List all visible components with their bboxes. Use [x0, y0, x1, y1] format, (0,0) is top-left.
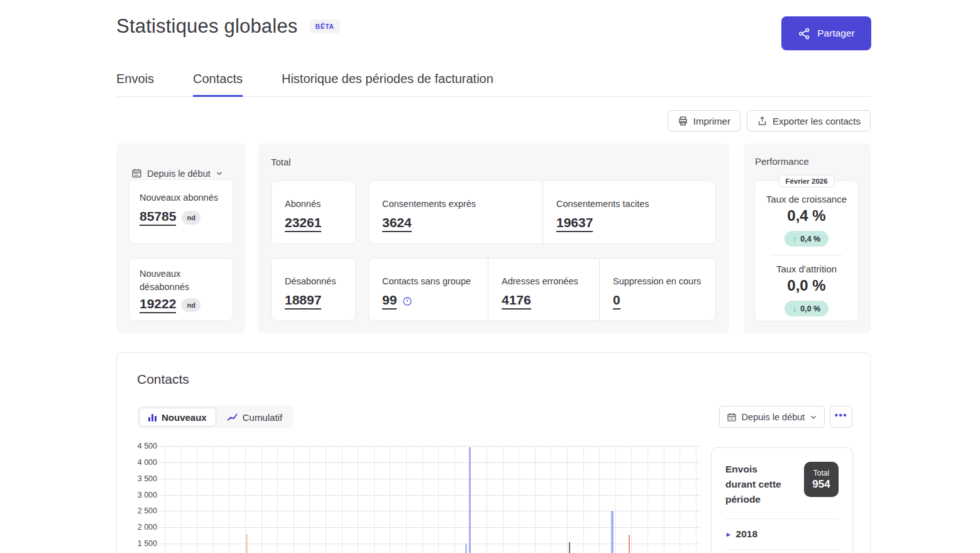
- tacit-consents-value[interactable]: 19637: [556, 215, 593, 232]
- new-subscribers-card: Nouveaux abonnés 85785 nd: [129, 179, 233, 244]
- nd-badge: nd: [182, 298, 200, 312]
- warning-icon[interactable]: [402, 296, 412, 306]
- contacts-section-title: Contacts: [137, 372, 189, 387]
- consents-card: Consentements exprès 3624 Consentements …: [368, 181, 716, 244]
- deletion-in-progress-label: Suppression en cours: [613, 275, 717, 288]
- performance-period-label: Février 2026: [778, 175, 834, 187]
- arrow-down-icon: ↓: [793, 304, 797, 313]
- tab-bar: Envois Contacts Historique des périodes …: [116, 67, 871, 97]
- total-badge: Total 954: [804, 462, 839, 497]
- new-unsubscribers-card: Nouveaux désabonnés 19222 nd: [129, 258, 233, 321]
- toggle-nouveaux-label: Nouveaux: [162, 412, 207, 423]
- other-stats-card: Contacts sans groupe 99 Adresses erronée…: [368, 258, 716, 321]
- toggle-cumulatif-label: Cumulatif: [243, 412, 282, 423]
- chart-bar[interactable]: [246, 534, 248, 553]
- y-tick-label: 1 500: [138, 539, 157, 548]
- h-gridline: [159, 479, 700, 479]
- tacit-consents-cell: Consentements tacites 19637: [542, 181, 717, 243]
- performance-title: Performance: [755, 156, 809, 167]
- growth-rate-value: 0,4 %: [755, 207, 858, 225]
- chart-mode-toggle: Nouveaux Cumulatif: [137, 406, 294, 428]
- more-options-button[interactable]: •••: [830, 406, 852, 428]
- period-dropdown[interactable]: Depuis le début: [131, 168, 223, 179]
- h-gridline: [159, 462, 700, 463]
- h-gridline: [159, 495, 700, 496]
- page-title: Statistiques globales: [116, 15, 298, 38]
- chart-bar[interactable]: [569, 542, 570, 553]
- unsubscribed-value[interactable]: 18897: [285, 293, 321, 310]
- tab-historique-facturation[interactable]: Historique des périodes de facturation: [282, 67, 493, 96]
- new-subscribers-label: Nouveaux abonnés: [140, 191, 223, 204]
- deletion-in-progress-value[interactable]: 0: [613, 293, 620, 310]
- chart-bar[interactable]: [465, 544, 467, 553]
- toggle-cumulatif[interactable]: Cumulatif: [217, 408, 292, 427]
- chart-period-dropdown[interactable]: Depuis le début: [719, 406, 825, 428]
- nd-badge: nd: [182, 211, 200, 225]
- deletion-in-progress-cell: Suppression en cours 0: [599, 259, 717, 320]
- envois-period-card: Envois durant cette période Total 954 ▸ …: [711, 447, 853, 553]
- beta-badge: BÊTA: [309, 20, 341, 33]
- subscribers-card: Abonnés 23261: [271, 181, 356, 244]
- share-button[interactable]: Partager: [781, 16, 871, 50]
- unsubscribed-label: Désabonnés: [285, 275, 355, 288]
- new-unsubscribers-value[interactable]: 19222: [140, 296, 176, 313]
- calendar-icon: [131, 168, 142, 179]
- wrong-addresses-cell: Adresses erronées 4176: [488, 259, 599, 320]
- arrow-up-icon: ↑: [793, 234, 797, 243]
- express-consents-label: Consentements exprès: [382, 198, 542, 211]
- year-expander-2019[interactable]: ▸ 2019: [725, 550, 839, 553]
- wrong-addresses-label: Adresses erronées: [502, 275, 599, 288]
- attrition-rate-delta: 0,0 %: [800, 304, 820, 313]
- toolbar: Imprimer Exporter les contacts: [668, 110, 871, 131]
- y-tick-label: 4 500: [138, 442, 157, 450]
- tab-envois[interactable]: Envois: [116, 67, 154, 96]
- period-dropdown-label: Depuis le début: [147, 168, 211, 178]
- year-expander-2018[interactable]: ▸ 2018: [725, 519, 839, 550]
- share-button-label: Partager: [817, 28, 854, 39]
- unsubscribed-card: Désabonnés 18897: [271, 258, 356, 321]
- attrition-rate-value: 0,0 %: [755, 277, 858, 294]
- export-contacts-button[interactable]: Exporter les contacts: [747, 110, 871, 131]
- year-label: 2018: [736, 528, 757, 540]
- express-consents-value[interactable]: 3624: [382, 215, 412, 232]
- page-header: Statistiques globales BÊTA: [116, 15, 340, 38]
- growth-rate-delta-badge: ↑ 0,4 %: [785, 231, 829, 247]
- toggle-nouveaux[interactable]: Nouveaux: [139, 408, 216, 427]
- attrition-rate-label: Taux d'attrition: [755, 264, 858, 274]
- tab-contacts[interactable]: Contacts: [193, 67, 243, 96]
- y-tick-label: 3 500: [138, 474, 157, 483]
- chart-bar[interactable]: [611, 511, 614, 553]
- contacts-without-group-value[interactable]: 99: [382, 293, 397, 310]
- calendar-icon: [727, 412, 737, 422]
- total-panel-title: Total: [271, 157, 291, 167]
- chart-plot-area: [159, 446, 700, 553]
- period-stats-panel: Depuis le début Nouveaux abonnés 85785 n…: [116, 143, 245, 333]
- print-button-label: Imprimer: [693, 116, 730, 126]
- attrition-rate-delta-badge: ↓ 0,0 %: [785, 301, 829, 316]
- total-stats-panel: Total Abonnés 23261 Consentements exprès…: [258, 143, 729, 333]
- printer-icon: [678, 116, 688, 126]
- print-button[interactable]: Imprimer: [668, 110, 741, 131]
- contacts-chart-card: Contacts Nouveaux Cumulatif: [116, 352, 871, 553]
- h-gridline: [159, 511, 700, 511]
- share-icon: [798, 27, 811, 40]
- triangle-right-icon: ▸: [727, 530, 730, 539]
- total-badge-value: 954: [812, 478, 830, 491]
- y-tick-label: 2 500: [138, 506, 157, 515]
- new-subscribers-value[interactable]: 85785: [140, 209, 176, 226]
- growth-rate-label: Taux de croissance: [755, 194, 858, 204]
- envois-period-title: Envois durant cette période: [725, 462, 788, 507]
- chart-bar[interactable]: [629, 535, 630, 553]
- wrong-addresses-value[interactable]: 4176: [502, 293, 531, 310]
- chart-bar[interactable]: [469, 447, 471, 553]
- divider: [771, 255, 843, 255]
- express-consents-cell: Consentements exprès 3624: [369, 181, 542, 243]
- y-tick-label: 2 000: [138, 523, 157, 532]
- contacts-without-group-label: Contacts sans groupe: [382, 275, 488, 288]
- y-tick-label: 4 000: [138, 458, 157, 467]
- line-chart-icon: [227, 413, 238, 422]
- subscribers-value[interactable]: 23261: [285, 215, 321, 232]
- h-gridline: [159, 446, 700, 447]
- tacit-consents-label: Consentements tacites: [556, 198, 717, 211]
- y-tick-label: 3 000: [138, 491, 157, 500]
